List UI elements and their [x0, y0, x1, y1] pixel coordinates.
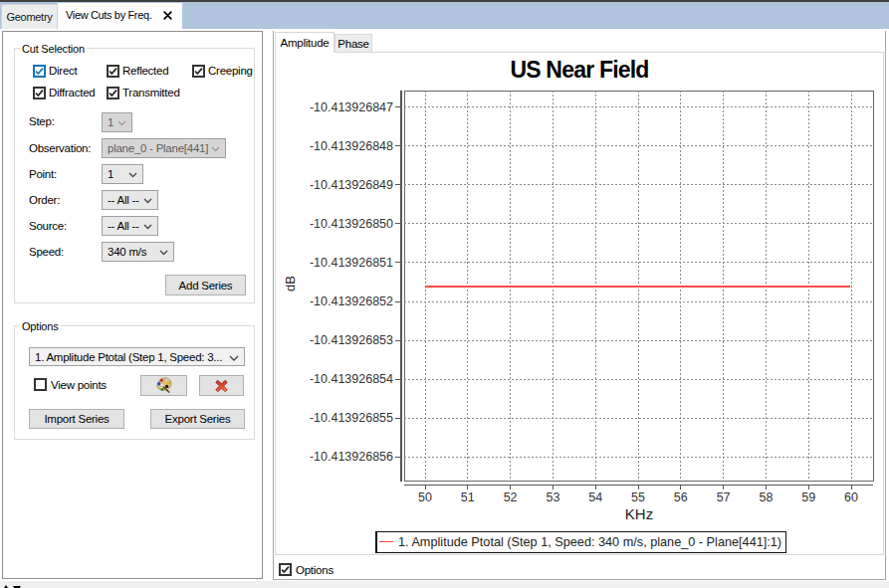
svg-text:-10.413926854: -10.413926854 [310, 372, 393, 386]
svg-text:-10.413926852: -10.413926852 [310, 294, 393, 308]
svg-text:US Near Field: US Near Field [510, 57, 648, 83]
svg-text:52: 52 [504, 490, 518, 504]
svg-text:-10.413926847: -10.413926847 [310, 100, 393, 114]
svg-text:54: 54 [588, 490, 602, 504]
svg-text:KHz: KHz [625, 505, 653, 522]
svg-text:-10.413926856: -10.413926856 [310, 450, 393, 464]
svg-text:-10.413926849: -10.413926849 [310, 178, 393, 192]
svg-text:50: 50 [418, 490, 432, 504]
svg-text:53: 53 [546, 490, 559, 504]
svg-text:56: 56 [674, 490, 688, 504]
svg-text:-10.413926853: -10.413926853 [310, 333, 393, 347]
svg-text:59: 59 [801, 490, 815, 504]
svg-text:-10.413926851: -10.413926851 [310, 256, 393, 270]
svg-text:57: 57 [717, 490, 731, 504]
svg-text:58: 58 [759, 490, 773, 504]
svg-text:60: 60 [844, 490, 858, 504]
svg-text:-10.413926848: -10.413926848 [310, 139, 393, 153]
svg-text:dB: dB [283, 276, 298, 292]
svg-text:55: 55 [631, 490, 645, 504]
svg-text:1. Amplitude Ptotal (Step 1, S: 1. Amplitude Ptotal (Step 1, Speed: 340 … [398, 535, 781, 549]
svg-text:-10.413926855: -10.413926855 [310, 411, 393, 425]
svg-text:-10.413926850: -10.413926850 [310, 217, 393, 231]
svg-text:51: 51 [461, 490, 475, 504]
